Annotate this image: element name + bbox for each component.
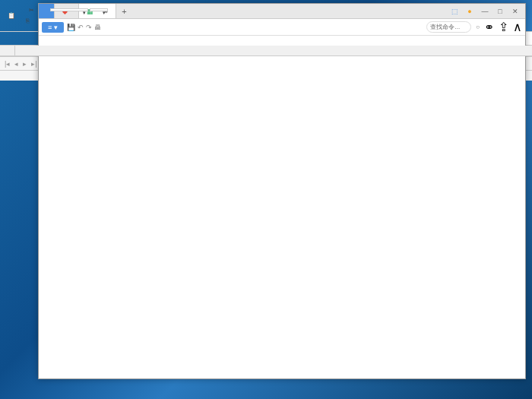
qat-undo-icon[interactable]: ↶ bbox=[78, 24, 84, 31]
font-size-select[interactable] bbox=[90, 8, 108, 11]
win-feedback[interactable]: ⬚ bbox=[448, 4, 461, 18]
qat-redo-icon[interactable]: ↷ bbox=[86, 24, 92, 31]
tab-add[interactable]: + bbox=[116, 4, 131, 18]
window-maximize[interactable]: □ bbox=[493, 4, 507, 18]
sheet-next-icon[interactable]: ▸ bbox=[21, 60, 28, 68]
sheet-prev-icon[interactable]: ◂ bbox=[13, 60, 20, 68]
font-select[interactable] bbox=[50, 8, 88, 11]
select-all-corner[interactable] bbox=[0, 46, 15, 56]
tab-docer[interactable]: ◆ bbox=[55, 4, 79, 18]
app-window: ◆ ▦● + ⬚ ● — □ ✕ ≡ ▾ 💾 ↶ ↷ 🖶 查找命令... ○ ⚭… bbox=[38, 3, 526, 379]
sheet-first-icon[interactable]: |◂ bbox=[3, 60, 11, 68]
window-close[interactable]: ✕ bbox=[508, 4, 522, 18]
sheet-last-icon[interactable]: ▸| bbox=[30, 60, 38, 68]
win-user[interactable]: ● bbox=[463, 4, 477, 18]
cut-button[interactable]: ✂ bbox=[26, 5, 37, 15]
qat-save-icon[interactable]: 💾 bbox=[67, 24, 75, 31]
search-input[interactable]: 查找命令... bbox=[426, 21, 471, 33]
window-minimize[interactable]: — bbox=[478, 4, 492, 18]
qat-print-icon[interactable]: 🖶 bbox=[94, 24, 101, 31]
copy-button[interactable]: ⎘ bbox=[23, 16, 33, 26]
document-tabs: ◆ ▦● + ⬚ ● — □ ✕ bbox=[39, 4, 525, 19]
collapse-ribbon-icon[interactable]: ∧ bbox=[513, 20, 522, 34]
share-button[interactable]: ⇪ bbox=[499, 20, 510, 34]
spreadsheet-grid[interactable] bbox=[0, 46, 532, 56]
nosave-button[interactable]: ○ bbox=[476, 21, 481, 33]
tab-home[interactable] bbox=[39, 4, 55, 18]
file-menu[interactable]: ≡ ▾ bbox=[42, 22, 64, 33]
coop-button[interactable]: ⚭ bbox=[484, 20, 496, 34]
menu-bar: ≡ ▾ 💾 ↶ ↷ 🖶 查找命令... ○ ⚭ ⇪ ∧ bbox=[39, 19, 525, 36]
paste-button[interactable]: 📋 bbox=[5, 11, 18, 21]
